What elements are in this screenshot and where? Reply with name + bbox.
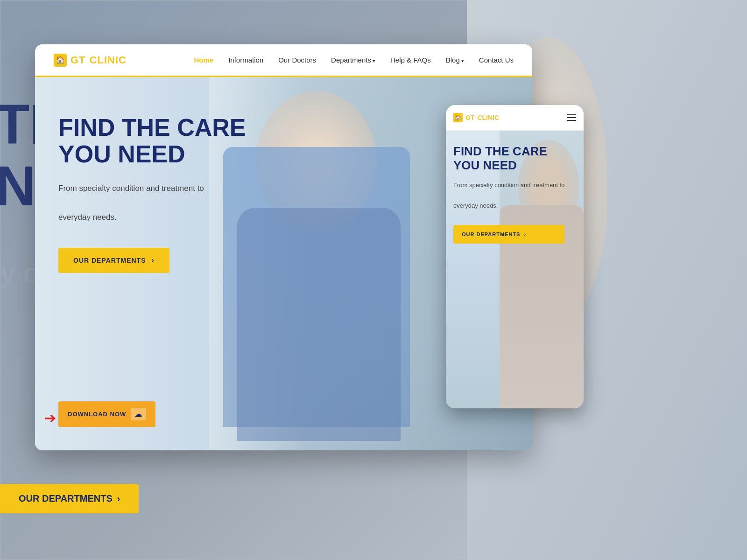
red-arrow-icon: ➔ [44,410,56,426]
logo-gt: GT [70,54,86,66]
nav-links: Home Information Our Doctors Departments… [194,56,514,64]
nav-link-home[interactable]: Home [194,56,213,64]
mobile-logo-clinic: CLINIC [477,114,499,121]
mobile-hero-subtitle: From specialty condition and treatment t… [453,180,564,211]
nav-link-departments[interactable]: Departments [331,56,375,64]
nav-item-contact[interactable]: Contact Us [479,56,514,64]
nav-link-blog[interactable]: Blog [446,56,464,64]
logo-icon: 🏠 [54,54,67,67]
mobile-cta-label: OUR DEPARTMENTS [462,231,520,237]
mobile-hero: FIND THE CARE YOU NEED From specialty co… [446,131,584,408]
desktop-logo[interactable]: 🏠 GT CLINIC [54,54,127,67]
logo-clinic: CLINIC [90,54,127,66]
nav-link-help[interactable]: Help & FAQs [390,56,431,64]
mobile-logo-icon: 🏠 [453,113,463,122]
mobile-hero-content: FIND THE CARE YOU NEED From specialty co… [453,145,564,244]
mobile-logo-gt: GT [465,114,474,121]
hero-title: FIND THE CARE YOU NEED [58,114,246,168]
nav-item-blog[interactable]: Blog [446,56,464,64]
hero-cta-button[interactable]: OUR DEPARTMENTS › [58,248,169,273]
nav-item-home[interactable]: Home [194,56,213,64]
mobile-cta-arrow: › [524,231,526,237]
hero-content: FIND THE CARE YOU NEED From specialty co… [58,114,246,273]
nav-item-information[interactable]: Information [228,56,263,64]
nav-link-information[interactable]: Information [228,56,263,64]
desktop-navbar: 🏠 GT CLINIC Home Information Our Doctors… [35,44,532,77]
mobile-logo[interactable]: 🏠 GT CLINIC [453,113,499,122]
hamburger-line-1 [567,114,576,115]
bg-btn-fragment: OUR DEPARTMENTS › [0,484,139,513]
cta-arrow-icon: › [152,256,155,265]
nav-item-departments[interactable]: Departments [331,56,375,64]
download-icon: ☁ [131,408,146,420]
nav-item-doctors[interactable]: Our Doctors [278,56,316,64]
mobile-mockup: 🏠 GT CLINIC FIND THE CARE YOU NEED From … [446,105,584,408]
mobile-hero-title: FIND THE CARE YOU NEED [453,145,564,173]
mobile-navbar: 🏠 GT CLINIC [446,105,584,131]
download-banner[interactable]: DOWNLOAD NOW ☁ [58,401,155,427]
download-label: DOWNLOAD NOW [68,411,126,418]
hamburger-menu[interactable] [567,114,576,121]
nav-item-help[interactable]: Help & FAQs [390,56,431,64]
hamburger-line-3 [567,120,576,121]
mobile-cta-button[interactable]: OUR DEPARTMENTS › [453,225,564,244]
nav-link-doctors[interactable]: Our Doctors [278,56,316,64]
nav-link-contact[interactable]: Contact Us [479,56,514,64]
hamburger-line-2 [567,117,576,118]
hero-subtitle: From specialty condition and treatment t… [58,182,246,224]
